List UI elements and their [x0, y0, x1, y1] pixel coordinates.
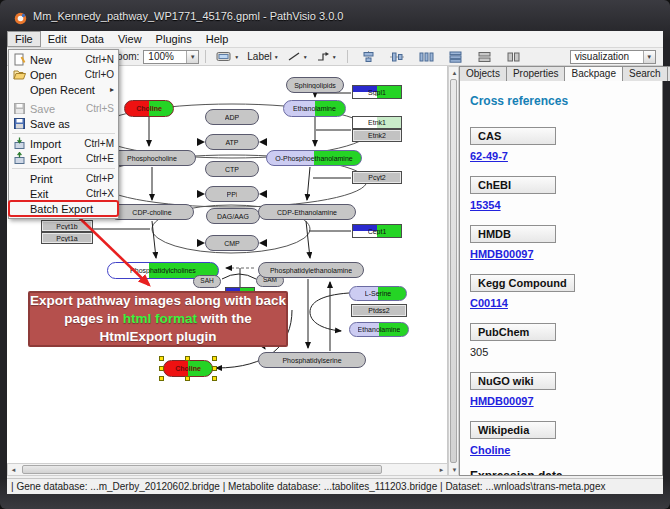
xref-link[interactable]: C00114 — [470, 297, 508, 309]
horizontal-scroll-thumb[interactable] — [22, 465, 382, 474]
distribute-horizontal-button[interactable] — [416, 49, 437, 65]
pathway-node-phosphocholine[interactable]: Phosphocholine — [108, 150, 196, 166]
export-icon — [12, 152, 27, 165]
node-label: CMP — [224, 240, 240, 247]
pathway-node-dag-aag[interactable]: DAG/AAG — [206, 208, 260, 224]
pathway-node-atp[interactable]: ATP — [205, 134, 259, 150]
menu-item-label: New — [30, 54, 79, 66]
pathway-node-pcyt1a[interactable]: Pcyt1a — [41, 232, 93, 244]
new-line-button[interactable]: ▼ — [284, 49, 311, 65]
vertical-scroll-thumb[interactable] — [450, 79, 457, 463]
pathway-node-pcyt1b[interactable]: Pcyt1b — [41, 220, 93, 232]
visualization-combobox[interactable]: visualization ▼ — [570, 50, 656, 64]
menu-item-label: Save — [30, 103, 80, 115]
menu-item-shortcut: Ctrl+E — [86, 153, 114, 164]
selection-handle[interactable] — [159, 356, 164, 361]
pathway-node-adp[interactable]: ADP — [205, 109, 259, 125]
pathway-node-ptdss2[interactable]: Ptdss2 — [351, 304, 407, 317]
pathway-node-etnk1[interactable]: Etnk1 — [352, 116, 402, 129]
gene-datanode-icon — [216, 51, 232, 62]
distribute-vertical-button[interactable] — [445, 49, 466, 65]
dropdown-arrow-icon: ▼ — [234, 54, 239, 60]
menu-item-print[interactable]: PrintCtrl+P — [9, 171, 118, 186]
node-label: Pcyt1b — [56, 223, 77, 230]
node-label: DAG/AAG — [217, 213, 249, 220]
pathway-node-cept1[interactable]: Cept1 — [352, 224, 402, 238]
new-label-button[interactable]: Label ▼ — [244, 49, 281, 65]
backpage-section: Kegg CompoundC00114 — [470, 273, 652, 309]
xref-link[interactable]: Choline — [470, 444, 510, 456]
menubar-item-edit[interactable]: Edit — [41, 31, 74, 47]
pathway-node-sphingolipids[interactable]: Sphingolipids — [286, 77, 344, 93]
menu-item-open[interactable]: OpenCtrl+O — [9, 67, 118, 82]
pathway-node-choline[interactable]: Choline — [163, 360, 213, 377]
tab-search[interactable]: Search — [622, 66, 668, 81]
scroll-left-icon[interactable]: ◄ — [8, 464, 19, 475]
tab-properties[interactable]: Properties — [506, 66, 566, 81]
dropdown-arrow-icon[interactable]: ▼ — [643, 51, 655, 63]
xref-link[interactable]: HMDB00097 — [470, 395, 534, 407]
xref-link[interactable]: HMDB00097 — [470, 248, 534, 260]
menu-item-export[interactable]: ExportCtrl+E — [9, 151, 118, 166]
section-header-nugo-wiki: NuGO wiki — [470, 372, 556, 390]
status-bar: | Gene database: ...m_Derby_20120602.bri… — [7, 478, 663, 494]
menubar-item-help[interactable]: Help — [199, 31, 236, 47]
pathway-node-ethanolamine[interactable]: Ethanolamine — [349, 322, 409, 337]
new-gene-datanode-button[interactable]: ▼ — [213, 49, 242, 65]
section-header-cas: CAS — [470, 127, 556, 145]
scroll-right-icon[interactable]: ► — [436, 464, 447, 475]
pathway-node-choline[interactable]: Choline — [124, 100, 174, 117]
tab-objects[interactable]: Objects — [459, 66, 507, 81]
pathway-node-ethanolamine[interactable]: Ethanolamine — [283, 100, 346, 117]
pathway-node-ctp[interactable]: CTP — [205, 161, 259, 177]
pathway-node-cmp[interactable]: CMP — [205, 235, 259, 251]
pathway-node-sgpl1[interactable]: Sgpl1 — [352, 85, 402, 99]
selection-handle[interactable] — [185, 356, 190, 361]
menu-item-import[interactable]: ImportCtrl+M — [9, 136, 118, 151]
common-width-button[interactable] — [474, 49, 495, 65]
menu-item-new[interactable]: NewCtrl+N — [9, 52, 118, 67]
menubar-item-file[interactable]: File — [7, 31, 41, 47]
pathway-node-cdp-choline[interactable]: CDP-choline — [110, 204, 194, 220]
selection-handle[interactable] — [212, 366, 217, 371]
zoom-value: 100% — [144, 51, 186, 62]
xref-link[interactable]: 62-49-7 — [470, 150, 508, 162]
xref-link[interactable]: 15354 — [470, 199, 501, 211]
menu-item-save[interactable]: SaveCtrl+S — [9, 101, 118, 116]
dropdown-arrow-icon[interactable]: ▼ — [186, 51, 198, 63]
tab-backpage[interactable]: Backpage — [564, 66, 622, 81]
align-middle-button[interactable] — [387, 49, 408, 65]
open-icon — [12, 68, 27, 81]
pathway-node-ppi[interactable]: PPi — [205, 186, 259, 202]
zoom-combobox[interactable]: 100% ▼ — [143, 50, 199, 64]
menu-item-exit[interactable]: ExitCtrl+X — [9, 186, 118, 201]
menubar-item-plugins[interactable]: Plugins — [149, 31, 199, 47]
menu-item-save-as[interactable]: Save as — [9, 116, 118, 131]
selection-handle[interactable] — [159, 376, 164, 381]
tab-legend[interactable]: Legend — [667, 66, 670, 81]
menu-item-open-recent[interactable]: Open Recent▸ — [9, 82, 118, 97]
pathway-node-l-serine[interactable]: L-Serine — [349, 286, 407, 301]
pathway-node-pcyt2[interactable]: Pcyt2 — [352, 171, 402, 184]
pathway-node-cdp-ethanolamine[interactable]: CDP-Ethanolamine — [258, 204, 356, 220]
pathway-node-phosphatidylethanolamine[interactable]: Phosphatidylethanolamine — [258, 262, 364, 278]
pathway-node-phosphatidylserine[interactable]: Phosphatidylserine — [258, 352, 366, 368]
selection-handle[interactable] — [212, 356, 217, 361]
vertical-scrollbar[interactable]: ▲ ▼ — [448, 66, 459, 476]
pathway-node-etnk2[interactable]: Etnk2 — [352, 129, 402, 142]
align-center-button[interactable] — [358, 49, 379, 65]
section-header-chebi: ChEBI — [470, 176, 556, 194]
selection-handle[interactable] — [185, 376, 190, 381]
pathway-node-sah[interactable]: SAH — [193, 275, 221, 288]
menu-item-batch-export[interactable]: Batch Export — [9, 201, 118, 216]
selection-handle[interactable] — [212, 376, 217, 381]
new-connector-button[interactable]: ▼ — [313, 49, 340, 65]
selection-handle[interactable] — [159, 366, 164, 371]
menubar-item-view[interactable]: View — [111, 31, 149, 47]
common-height-button[interactable] — [503, 49, 524, 65]
pathway-node-o-phosphoethanolamine[interactable]: O-Phosphoethanolamine — [266, 150, 362, 166]
horizontal-scrollbar[interactable]: ◄ ► — [7, 463, 448, 476]
menubar-item-data[interactable]: Data — [74, 31, 111, 47]
menu-item-shortcut: Ctrl+N — [85, 54, 114, 65]
menu-item-label: Save as — [30, 118, 114, 130]
